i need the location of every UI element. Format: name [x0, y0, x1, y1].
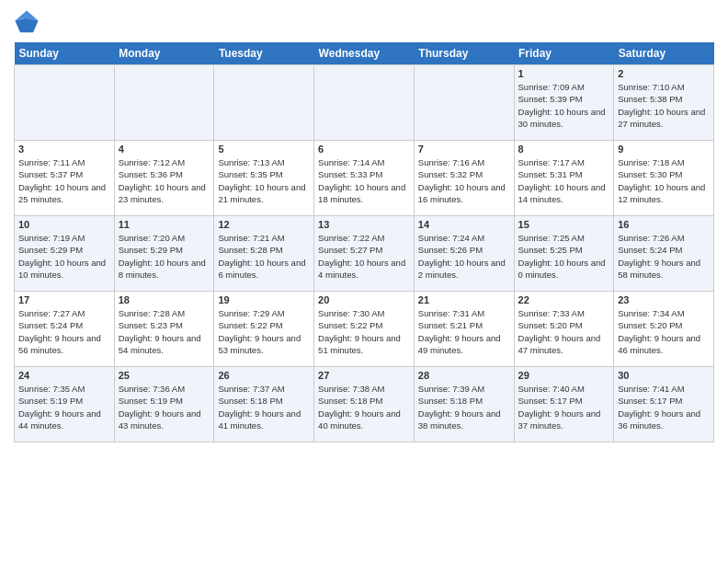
day-info-line: Sunrise: 7:27 AM: [18, 307, 110, 319]
calendar-day: 18Sunrise: 7:28 AMSunset: 5:23 PMDayligh…: [114, 292, 214, 367]
day-info: Sunrise: 7:31 AMSunset: 5:21 PMDaylight:…: [418, 307, 510, 356]
calendar-day: 3Sunrise: 7:11 AMSunset: 5:37 PMDaylight…: [15, 141, 115, 216]
day-info-line: Daylight: 10 hours and 8 minutes.: [119, 257, 210, 282]
day-header-monday: Monday: [114, 42, 214, 65]
day-info-line: Daylight: 10 hours and 27 minutes.: [618, 106, 710, 131]
day-info-line: Sunset: 5:32 PM: [418, 168, 510, 180]
day-info-line: Sunset: 5:29 PM: [119, 244, 210, 256]
day-number: 4: [119, 144, 210, 155]
day-header-sunday: Sunday: [15, 42, 115, 65]
day-number: 11: [119, 219, 210, 230]
day-info-line: Sunset: 5:21 PM: [418, 319, 510, 331]
day-info-line: Daylight: 9 hours and 47 minutes.: [518, 332, 610, 357]
day-info-line: Sunrise: 7:19 AM: [18, 232, 110, 244]
day-info: Sunrise: 7:19 AMSunset: 5:29 PMDaylight:…: [18, 232, 110, 281]
day-info: Sunrise: 7:38 AMSunset: 5:18 PMDaylight:…: [318, 383, 410, 431]
day-info-line: Sunset: 5:25 PM: [518, 244, 610, 256]
day-number: 30: [618, 370, 710, 381]
day-number: 22: [518, 294, 610, 305]
day-info: Sunrise: 7:24 AMSunset: 5:26 PMDaylight:…: [418, 232, 510, 281]
calendar-day: 23Sunrise: 7:34 AMSunset: 5:20 PMDayligh…: [614, 292, 714, 367]
day-info: Sunrise: 7:37 AMSunset: 5:18 PMDaylight:…: [218, 383, 310, 431]
calendar-day: 25Sunrise: 7:36 AMSunset: 5:19 PMDayligh…: [114, 367, 214, 442]
day-info-line: Sunset: 5:22 PM: [318, 319, 410, 331]
day-info-line: Daylight: 10 hours and 16 minutes.: [418, 181, 510, 206]
day-info: Sunrise: 7:20 AMSunset: 5:29 PMDaylight:…: [119, 232, 210, 281]
day-info-line: Sunrise: 7:28 AM: [119, 307, 210, 319]
calendar-day: 11Sunrise: 7:20 AMSunset: 5:29 PMDayligh…: [114, 216, 214, 292]
day-info-line: Sunset: 5:20 PM: [518, 319, 610, 331]
day-info-line: Sunset: 5:28 PM: [218, 244, 310, 256]
calendar-day: 16Sunrise: 7:26 AMSunset: 5:24 PMDayligh…: [614, 216, 714, 292]
day-number: 2: [618, 68, 710, 79]
day-info-line: Sunrise: 7:33 AM: [518, 307, 610, 319]
day-info-line: Sunrise: 7:35 AM: [18, 383, 110, 395]
day-info-line: Sunset: 5:18 PM: [418, 395, 510, 407]
day-info-line: Sunrise: 7:25 AM: [518, 232, 610, 244]
day-info-line: Sunrise: 7:10 AM: [618, 81, 710, 93]
logo-icon: [14, 9, 40, 35]
calendar-day: 21Sunrise: 7:31 AMSunset: 5:21 PMDayligh…: [414, 292, 514, 367]
day-info: Sunrise: 7:12 AMSunset: 5:36 PMDaylight:…: [119, 156, 210, 205]
calendar-table: SundayMondayTuesdayWednesdayThursdayFrid…: [14, 42, 714, 442]
day-info-line: Daylight: 9 hours and 40 minutes.: [318, 408, 410, 432]
calendar-body: 1Sunrise: 7:09 AMSunset: 5:39 PMDaylight…: [15, 65, 714, 442]
calendar-week-2: 10Sunrise: 7:19 AMSunset: 5:29 PMDayligh…: [15, 216, 714, 292]
day-info-line: Sunset: 5:36 PM: [119, 168, 210, 180]
day-info-line: Daylight: 10 hours and 25 minutes.: [18, 181, 110, 206]
day-info-line: Sunrise: 7:20 AM: [119, 232, 210, 244]
day-number: 6: [318, 144, 410, 155]
day-info-line: Sunset: 5:20 PM: [618, 319, 710, 331]
calendar-day: 17Sunrise: 7:27 AMSunset: 5:24 PMDayligh…: [15, 292, 115, 367]
day-info-line: Sunset: 5:33 PM: [318, 168, 410, 180]
day-info: Sunrise: 7:28 AMSunset: 5:23 PMDaylight:…: [119, 307, 210, 356]
day-info-line: Sunrise: 7:40 AM: [518, 383, 610, 395]
day-info: Sunrise: 7:41 AMSunset: 5:17 PMDaylight:…: [618, 383, 710, 431]
day-info-line: Sunset: 5:30 PM: [618, 168, 710, 180]
day-info-line: Sunrise: 7:39 AM: [418, 383, 510, 395]
calendar-day: 26Sunrise: 7:37 AMSunset: 5:18 PMDayligh…: [214, 367, 314, 442]
day-info-line: Daylight: 10 hours and 0 minutes.: [518, 257, 610, 282]
day-info-line: Daylight: 9 hours and 38 minutes.: [418, 408, 510, 432]
day-info-line: Daylight: 9 hours and 44 minutes.: [18, 408, 110, 432]
day-info-line: Daylight: 10 hours and 6 minutes.: [218, 257, 310, 282]
day-info: Sunrise: 7:35 AMSunset: 5:19 PMDaylight:…: [18, 383, 110, 431]
day-number: 3: [18, 144, 110, 155]
day-info: Sunrise: 7:22 AMSunset: 5:27 PMDaylight:…: [318, 232, 410, 281]
day-info-line: Sunset: 5:29 PM: [18, 244, 110, 256]
day-info-line: Daylight: 10 hours and 12 minutes.: [618, 181, 710, 206]
day-info-line: Sunrise: 7:18 AM: [618, 156, 710, 168]
day-info: Sunrise: 7:25 AMSunset: 5:25 PMDaylight:…: [518, 232, 610, 281]
day-number: 5: [218, 144, 310, 155]
day-info: Sunrise: 7:16 AMSunset: 5:32 PMDaylight:…: [418, 156, 510, 205]
day-info-line: Sunset: 5:24 PM: [618, 244, 710, 256]
day-info-line: Sunrise: 7:17 AM: [518, 156, 610, 168]
day-info-line: Sunset: 5:31 PM: [518, 168, 610, 180]
day-info-line: Sunset: 5:17 PM: [518, 395, 610, 407]
day-info: Sunrise: 7:33 AMSunset: 5:20 PMDaylight:…: [518, 307, 610, 356]
day-info-line: Daylight: 9 hours and 43 minutes.: [119, 408, 210, 432]
day-info-line: Sunrise: 7:38 AM: [318, 383, 410, 395]
calendar-day: [114, 65, 214, 141]
day-info-line: Sunset: 5:22 PM: [218, 319, 310, 331]
day-header-friday: Friday: [514, 42, 614, 65]
day-info-line: Daylight: 10 hours and 4 minutes.: [318, 257, 410, 282]
calendar-day: [314, 65, 415, 141]
day-info-line: Sunrise: 7:36 AM: [119, 383, 210, 395]
day-info: Sunrise: 7:40 AMSunset: 5:17 PMDaylight:…: [518, 383, 610, 431]
calendar-day: 24Sunrise: 7:35 AMSunset: 5:19 PMDayligh…: [15, 367, 115, 442]
day-info-line: Sunset: 5:37 PM: [18, 168, 110, 180]
day-info-line: Sunrise: 7:30 AM: [318, 307, 410, 319]
day-info: Sunrise: 7:27 AMSunset: 5:24 PMDaylight:…: [18, 307, 110, 356]
day-info-line: Daylight: 10 hours and 23 minutes.: [119, 181, 210, 206]
day-info-line: Sunrise: 7:13 AM: [218, 156, 310, 168]
calendar-day: 29Sunrise: 7:40 AMSunset: 5:17 PMDayligh…: [514, 367, 614, 442]
calendar-day: 22Sunrise: 7:33 AMSunset: 5:20 PMDayligh…: [514, 292, 614, 367]
calendar-week-4: 24Sunrise: 7:35 AMSunset: 5:19 PMDayligh…: [15, 367, 714, 442]
day-number: 17: [18, 294, 110, 305]
calendar-header: SundayMondayTuesdayWednesdayThursdayFrid…: [15, 42, 714, 65]
day-number: 24: [18, 370, 110, 381]
day-header-tuesday: Tuesday: [214, 42, 314, 65]
day-info-line: Sunrise: 7:11 AM: [18, 156, 110, 168]
day-info: Sunrise: 7:39 AMSunset: 5:18 PMDaylight:…: [418, 383, 510, 431]
